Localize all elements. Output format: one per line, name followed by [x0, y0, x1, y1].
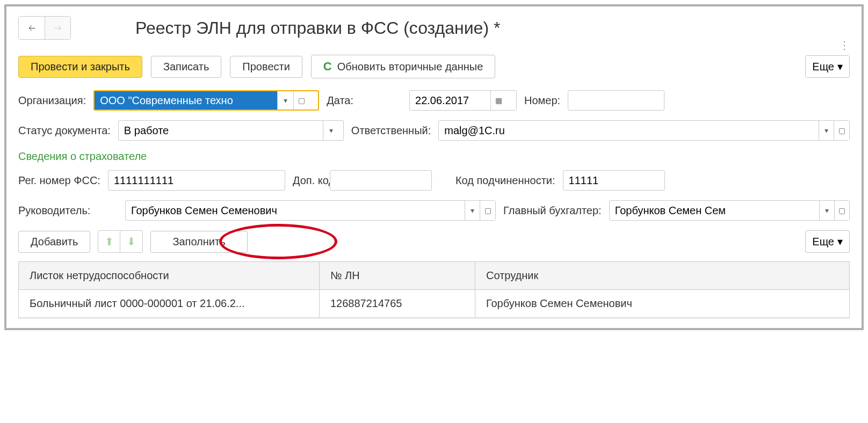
open-icon: ▢ — [838, 206, 845, 215]
responsible-open-button[interactable]: ▢ — [834, 121, 849, 140]
accountant-dropdown-button[interactable]: ▾ — [819, 201, 834, 220]
chevron-down-icon: ▾ — [825, 206, 829, 215]
status-input[interactable] — [119, 121, 323, 140]
main-toolbar: Провести и закрыть Записать Провести C О… — [18, 55, 850, 78]
cell-ln-number: 126887214765 — [320, 290, 475, 317]
section-title-insurer: Сведения о страхователе — [18, 150, 850, 163]
organization-dropdown-button[interactable]: ▾ — [277, 91, 293, 110]
date-input[interactable] — [410, 91, 490, 110]
subord-code-field[interactable] — [563, 170, 665, 191]
organization-open-button[interactable]: ▢ — [293, 91, 309, 110]
kebab-menu-icon[interactable]: ⋮ — [839, 39, 850, 52]
status-label: Статус документа: — [18, 125, 111, 137]
director-dropdown-button[interactable]: ▾ — [465, 201, 480, 220]
director-input[interactable] — [126, 201, 465, 220]
responsible-combo[interactable]: ▾ ▢ — [438, 120, 850, 141]
director-combo[interactable]: ▾ ▢ — [125, 200, 496, 221]
accountant-input[interactable] — [610, 201, 820, 220]
organization-label: Организация: — [18, 94, 86, 107]
calendar-icon: ▦ — [495, 96, 502, 105]
subord-code-input[interactable] — [563, 171, 664, 190]
move-up-button[interactable]: ⬆ — [98, 230, 120, 253]
chevron-down-icon: ▾ — [824, 126, 828, 135]
accountant-label: Главный бухгалтер: — [503, 205, 602, 217]
dop-code-input[interactable] — [330, 171, 431, 190]
refresh-secondary-button[interactable]: C Обновить вторичные данные — [311, 55, 495, 78]
move-group: ⬆ ⬇ — [98, 230, 143, 253]
refresh-secondary-label: Обновить вторичные данные — [337, 61, 483, 73]
dop-code-label: Доп. код: — [293, 174, 322, 187]
nav-group: 🡠 🡢 — [18, 16, 71, 40]
table-toolbar: Добавить ⬆ ⬇ Заполнить Еще ▾ — [18, 230, 850, 253]
reg-number-input[interactable] — [108, 171, 285, 190]
row-org-date-number: Организация: ▾ ▢ Дата: ▦ Номер: — [18, 90, 850, 111]
subord-code-label: Код подчиненности: — [455, 174, 555, 187]
arrow-up-icon: ⬆ — [105, 235, 114, 248]
director-open-button[interactable]: ▢ — [480, 201, 495, 220]
arrow-down-icon: ⬇ — [127, 235, 136, 248]
fill-button[interactable]: Заполнить — [150, 231, 247, 253]
row-director-accountant: Руководитель: ▾ ▢ Главный бухгалтер: ▾ ▢ — [18, 200, 850, 221]
arrow-left-icon: 🡠 — [28, 24, 35, 32]
number-field[interactable] — [568, 90, 664, 111]
accountant-combo[interactable]: ▾ ▢ — [609, 200, 850, 221]
add-button[interactable]: Добавить — [18, 231, 90, 253]
accountant-open-button[interactable]: ▢ — [834, 201, 849, 220]
reg-number-label: Рег. номер ФСС: — [18, 174, 100, 187]
window-frame: 🡠 🡢 Реестр ЭЛН для отправки в ФСС (созда… — [4, 4, 864, 330]
more-button-top[interactable]: Еще ▾ — [805, 55, 850, 78]
dop-code-field[interactable] — [330, 170, 432, 191]
more-label-table: Еще — [812, 236, 834, 248]
reg-number-field[interactable] — [108, 170, 285, 191]
table-header: Листок нетрудоспособности № ЛН Сотрудник — [19, 262, 849, 290]
open-icon: ▢ — [298, 96, 305, 105]
date-calendar-button[interactable]: ▦ — [490, 91, 507, 110]
nav-back-button[interactable]: 🡠 — [19, 17, 45, 39]
arrow-right-icon: 🡢 — [54, 24, 61, 32]
more-button-table[interactable]: Еще ▾ — [805, 230, 850, 253]
save-button[interactable]: Записать — [151, 56, 221, 78]
cell-sickleave: Больничный лист 0000-000001 от 21.06.2..… — [19, 290, 320, 317]
status-dropdown-button[interactable]: ▾ — [323, 121, 339, 140]
open-icon: ▢ — [484, 206, 491, 215]
cell-employee: Горбунков Семен Семенович — [475, 290, 849, 317]
refresh-icon: C — [323, 60, 332, 74]
row-status-responsible: Статус документа: ▾ Ответственный: ▾ ▢ — [18, 120, 850, 141]
title-bar: 🡠 🡢 Реестр ЭЛН для отправки в ФСС (созда… — [18, 16, 850, 40]
responsible-dropdown-button[interactable]: ▾ — [819, 121, 834, 140]
responsible-input[interactable] — [439, 121, 818, 140]
number-input[interactable] — [568, 91, 664, 110]
chevron-down-icon: ▾ — [837, 235, 843, 248]
page-title: Реестр ЭЛН для отправки в ФСС (создание)… — [135, 18, 500, 38]
open-icon: ▢ — [838, 126, 845, 135]
post-and-close-button[interactable]: Провести и закрыть — [18, 56, 142, 78]
more-label: Еще — [812, 61, 834, 73]
status-combo[interactable]: ▾ — [118, 120, 344, 141]
organization-input[interactable] — [95, 91, 277, 110]
table-row[interactable]: Больничный лист 0000-000001 от 21.06.2..… — [19, 290, 849, 318]
organization-combo[interactable]: ▾ ▢ — [93, 90, 319, 111]
col-header-employee[interactable]: Сотрудник — [475, 262, 849, 289]
chevron-down-icon: ▾ — [284, 96, 287, 105]
nav-forward-button[interactable]: 🡢 — [45, 17, 70, 39]
chevron-down-icon: ▾ — [837, 60, 843, 73]
chevron-down-icon: ▾ — [471, 206, 474, 215]
col-header-ln-number[interactable]: № ЛН — [320, 262, 475, 289]
row-regnum-dopcode-subord: Рег. номер ФСС: Доп. код: Код подчиненно… — [18, 170, 850, 191]
col-header-sickleave[interactable]: Листок нетрудоспособности — [19, 262, 320, 289]
date-field[interactable]: ▦ — [409, 90, 517, 111]
chevron-down-icon: ▾ — [329, 126, 333, 135]
director-label: Руководитель: — [18, 205, 118, 217]
date-label: Дата: — [327, 94, 353, 107]
table: Листок нетрудоспособности № ЛН Сотрудник… — [18, 261, 850, 318]
move-down-button[interactable]: ⬇ — [120, 230, 143, 253]
post-button[interactable]: Провести — [230, 56, 302, 78]
responsible-label: Ответственный: — [351, 125, 431, 137]
number-label: Номер: — [524, 94, 560, 107]
